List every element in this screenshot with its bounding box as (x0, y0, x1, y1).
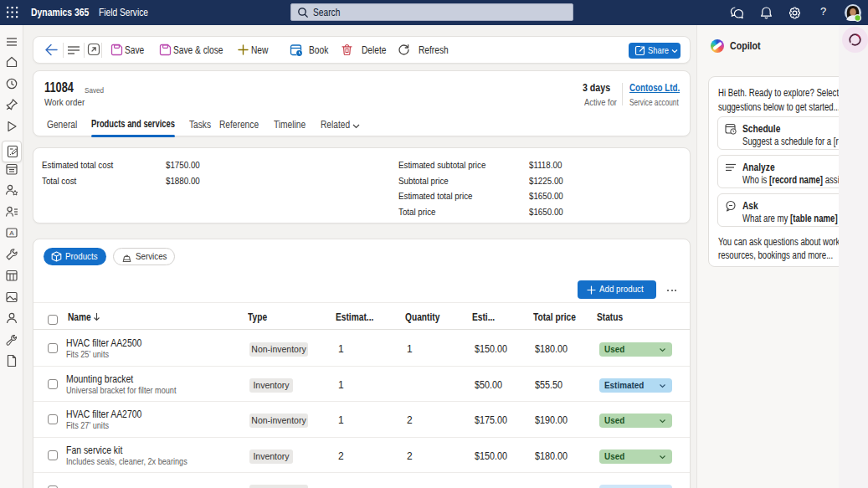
svg-text:A: A (9, 229, 14, 237)
